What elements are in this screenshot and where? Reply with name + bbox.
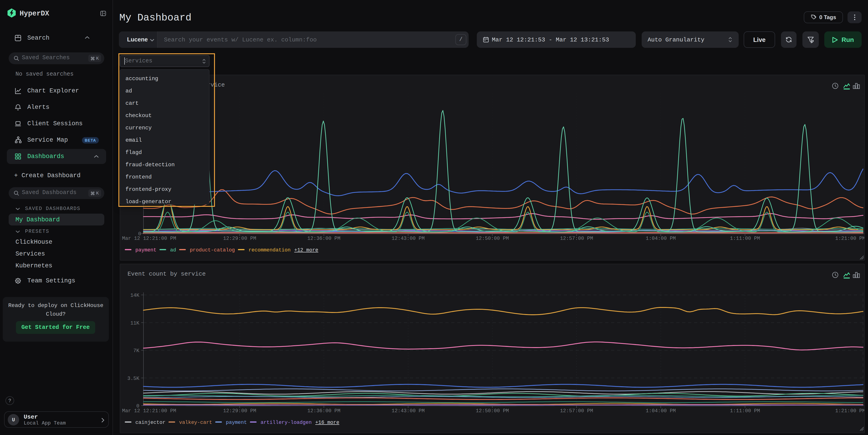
svg-text:Mar 12 12:21:00 PM: Mar 12 12:21:00 PM bbox=[122, 408, 176, 414]
svg-text:ad: ad bbox=[170, 247, 176, 253]
svg-text:12:36:00 PM: 12:36:00 PM bbox=[307, 236, 340, 241]
svg-text:cainjector: cainjector bbox=[135, 420, 165, 426]
svg-text:12:50:00 PM: 12:50:00 PM bbox=[476, 408, 509, 414]
svg-text:11K: 11K bbox=[130, 320, 140, 326]
svg-text:artillery-loadgen: artillery-loadgen bbox=[260, 420, 311, 426]
svg-text:12:57:00 PM: 12:57:00 PM bbox=[560, 236, 593, 241]
svg-text:recommendation: recommendation bbox=[248, 247, 290, 253]
svg-text:1:11:00 PM: 1:11:00 PM bbox=[730, 408, 760, 414]
svg-text:1:04:00 PM: 1:04:00 PM bbox=[646, 236, 676, 241]
svg-text:+16 more: +16 more bbox=[315, 420, 340, 426]
svg-text:7K: 7K bbox=[133, 348, 140, 354]
svg-text:12:43:00 PM: 12:43:00 PM bbox=[392, 236, 425, 241]
svg-text:14K: 14K bbox=[130, 293, 140, 298]
svg-text:0: 0 bbox=[138, 231, 141, 237]
svg-text:1:21:00 PM: 1:21:00 PM bbox=[835, 408, 865, 414]
svg-text:product-catalog: product-catalog bbox=[190, 247, 235, 253]
svg-text:12:36:00 PM: 12:36:00 PM bbox=[307, 408, 340, 414]
svg-text:12:57:00 PM: 12:57:00 PM bbox=[560, 408, 593, 414]
svg-text:12:29:00 PM: 12:29:00 PM bbox=[223, 408, 256, 414]
svg-text:Mar 12 12:21:00 PM: Mar 12 12:21:00 PM bbox=[122, 236, 176, 241]
svg-text:+12 more: +12 more bbox=[294, 247, 318, 253]
svg-text:3.5K: 3.5K bbox=[127, 376, 140, 381]
svg-text:1:04:00 PM: 1:04:00 PM bbox=[646, 408, 676, 414]
svg-text:payment: payment bbox=[226, 420, 247, 426]
svg-text:valkey-cart: valkey-cart bbox=[179, 420, 212, 426]
svg-text:12:29:00 PM: 12:29:00 PM bbox=[223, 236, 256, 241]
svg-text:1:11:00 PM: 1:11:00 PM bbox=[730, 236, 760, 241]
svg-text:payment: payment bbox=[135, 247, 156, 253]
svg-text:12:50:00 PM: 12:50:00 PM bbox=[476, 236, 509, 241]
svg-text:1:21:00 PM: 1:21:00 PM bbox=[835, 236, 865, 241]
svg-text:12:43:00 PM: 12:43:00 PM bbox=[392, 408, 425, 414]
